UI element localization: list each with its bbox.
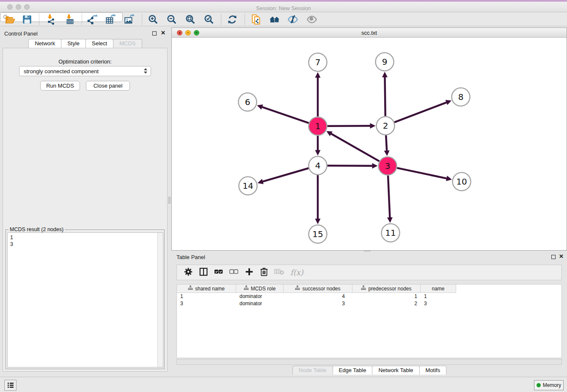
task-list-button[interactable]: [4, 380, 17, 391]
save-session-icon[interactable]: [20, 14, 34, 25]
cell-shared-name-row0[interactable]: 1: [177, 293, 236, 300]
edge-3-10[interactable]: [397, 168, 447, 179]
select-all-icon[interactable]: [214, 268, 223, 277]
edge-1-2[interactable]: [327, 126, 371, 126]
list-icon: [7, 382, 14, 388]
gear-icon[interactable]: [184, 267, 193, 278]
mcds-result-textarea[interactable]: 1 3: [7, 232, 163, 367]
table-row[interactable]: 3dominator323: [177, 300, 561, 307]
cell-successor-nodes-row1[interactable]: 3: [284, 300, 352, 307]
table-tabs: Node TableEdge TableNetwork TableMotifs: [292, 366, 446, 375]
import-table-icon[interactable]: [63, 14, 77, 25]
table-row[interactable]: 1dominator411: [177, 293, 561, 300]
memory-button[interactable]: Memory: [534, 380, 564, 390]
cell-mcds-role-row0[interactable]: dominator: [236, 293, 284, 300]
cell-successor-nodes-row0[interactable]: 4: [284, 293, 352, 300]
node-label-8: 8: [458, 92, 464, 102]
arrowhead-2-9: [382, 72, 388, 77]
attribute-icon: [295, 285, 300, 292]
column-header-name[interactable]: name: [421, 284, 456, 293]
function-builder-icon: f(x): [290, 268, 303, 277]
arrowhead-1-7: [315, 72, 321, 78]
edge-4-14[interactable]: [262, 168, 308, 182]
column-header-predecessor-nodes[interactable]: predecessor nodes: [352, 284, 421, 293]
table-panel-title: Table Panel: [176, 254, 205, 260]
export-table-icon[interactable]: [103, 14, 118, 25]
column-label: shared name: [195, 286, 225, 292]
zoom-in-icon[interactable]: [146, 14, 160, 25]
table-hscrollbar[interactable]: [176, 359, 562, 365]
edge-2-3[interactable]: [386, 135, 387, 151]
zoom-out-icon[interactable]: [165, 14, 179, 25]
network-window-title: scc.txt: [172, 30, 567, 36]
add-column-icon[interactable]: [245, 267, 254, 278]
window-titlebar: Session: New Session: [0, 2, 567, 12]
control-panel-tabs: NetworkStyleSelectMCDS: [3, 39, 168, 48]
export-image-icon[interactable]: [122, 14, 136, 25]
table-tab-motifs[interactable]: Motifs: [419, 366, 447, 375]
edge-4-3[interactable]: [327, 166, 373, 166]
edge-3-11[interactable]: [388, 175, 390, 218]
table-tab-edge-table[interactable]: Edge Table: [333, 366, 373, 375]
tab-select[interactable]: Select: [85, 39, 113, 48]
zoom-fit-icon[interactable]: [183, 14, 198, 25]
column-header-successor-nodes[interactable]: successor nodes: [284, 284, 352, 293]
show-hide-icon[interactable]: [305, 14, 319, 25]
table-tab-network-table[interactable]: Network Table: [372, 366, 419, 375]
float-panel-icon[interactable]: [152, 31, 157, 36]
edge-1-6[interactable]: [261, 107, 309, 123]
column-header-shared-name[interactable]: shared name: [177, 284, 236, 293]
delete-column-icon[interactable]: [260, 267, 268, 278]
attribute-icon: [361, 285, 366, 292]
float-table-panel-icon[interactable]: [551, 255, 556, 259]
arrowhead-1-4: [315, 150, 321, 156]
cell-shared-name-row1[interactable]: 3: [177, 300, 236, 307]
cell-name-row1[interactable]: 3: [421, 300, 456, 307]
table-header-row: shared nameMCDS rolesuccessor nodesprede…: [177, 284, 561, 293]
control-panel: Control Panel ✕ NetworkStyleSelectMCDS O…: [3, 28, 168, 372]
close-panel-icon[interactable]: ✕: [161, 30, 165, 36]
tab-network[interactable]: Network: [28, 39, 61, 48]
copy-network-icon[interactable]: [249, 14, 263, 25]
column-label: name: [432, 286, 444, 292]
open-file-icon[interactable]: [3, 14, 17, 25]
node-label-7: 7: [315, 57, 321, 67]
column-header-mcds-role[interactable]: MCDS role: [236, 284, 284, 293]
table-tab-node-table[interactable]: Node Table: [292, 366, 333, 375]
export-network-icon[interactable]: [85, 14, 99, 25]
arrowhead-3-11: [387, 217, 393, 223]
vertical-splitter[interactable]: [168, 197, 171, 204]
import-network-icon[interactable]: [44, 14, 58, 25]
home-icon[interactable]: [267, 14, 282, 25]
node-label-2: 2: [383, 121, 388, 131]
arrowhead-1-6: [257, 105, 263, 110]
mcds-scrollbar[interactable]: [157, 233, 163, 367]
network-canvas[interactable]: 1234678910111415: [172, 38, 567, 251]
tab-style[interactable]: Style: [61, 39, 86, 48]
split-panel-icon[interactable]: [199, 267, 208, 278]
bird-eye-icon[interactable]: [286, 14, 300, 25]
main-toolbar: [0, 12, 567, 26]
zoom-selected-icon[interactable]: [202, 14, 216, 25]
edge-2-8[interactable]: [394, 102, 447, 122]
node-label-15: 15: [312, 229, 323, 239]
cell-mcds-role-row1[interactable]: dominator: [236, 300, 284, 307]
criterion-select[interactable]: strongly connected component: [19, 66, 151, 76]
column-label: successor nodes: [302, 286, 340, 292]
network-window-titlebar: x − + scc.txt: [172, 28, 567, 38]
cell-predecessor-nodes-row0[interactable]: 1: [352, 293, 421, 300]
cell-name-row0[interactable]: 1: [421, 293, 456, 300]
tab-mcds[interactable]: MCDS: [113, 39, 142, 48]
unselect-all-icon[interactable]: [229, 268, 239, 277]
close-table-panel-icon[interactable]: ✕: [559, 253, 564, 259]
criterion-value: strongly connected component: [24, 68, 99, 75]
window-title: Session: New Session: [0, 5, 567, 11]
apply-layout-icon[interactable]: [225, 14, 239, 25]
cell-predecessor-nodes-row1[interactable]: 2: [352, 300, 421, 307]
run-mcds-button[interactable]: Run MCDS: [40, 81, 80, 91]
column-label: MCDS role: [251, 286, 276, 292]
node-label-11: 11: [385, 228, 396, 238]
edge-2-9[interactable]: [385, 76, 385, 116]
close-panel-button[interactable]: Close panel: [86, 81, 130, 91]
edge-3-1[interactable]: [330, 133, 379, 161]
